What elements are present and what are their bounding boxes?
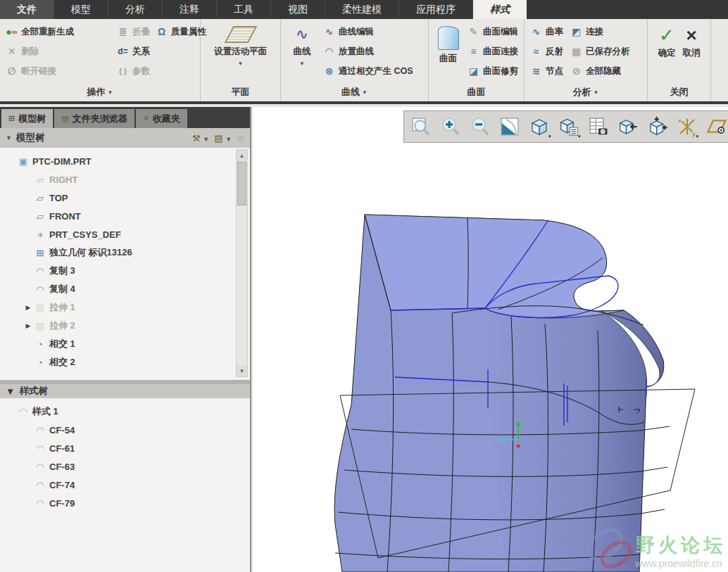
graphics-toolbar: ▾ ▾ xy ▾ xyxy=(403,110,728,143)
view-manager-icon[interactable] xyxy=(586,115,610,139)
chevron-down-icon: ▼ xyxy=(594,89,599,96)
tree-item[interactable]: ▶ 相交 1 xyxy=(3,335,234,353)
curve-icon: ∿ xyxy=(296,26,308,43)
tab-file[interactable]: 文件 xyxy=(0,0,54,19)
group-label-analysis[interactable]: 分析 ▼ xyxy=(525,83,647,101)
surface-button[interactable]: 曲面 xyxy=(432,22,465,83)
group-analysis: ∿ 曲率 ≈ 反射 ≋ 节点 ◩ 连接 ▦ 已保 xyxy=(525,19,648,101)
saved-orientations-icon[interactable]: ▾ xyxy=(558,115,581,139)
group-label-curve[interactable]: 曲线 ▼ xyxy=(281,83,428,101)
curve-edit-button[interactable]: ∿ 曲线编辑 xyxy=(320,22,416,42)
star-icon: ✳ xyxy=(143,114,149,123)
tab-model[interactable]: 模型 xyxy=(54,0,108,19)
tab-flexible-modeling[interactable]: 柔性建模 xyxy=(325,0,399,19)
tree-item[interactable]: ▶ 独立几何 标识13126 xyxy=(3,243,234,262)
svg-text:y: y xyxy=(692,131,695,137)
tree-item[interactable]: ▶ 复制 4 xyxy=(3,280,234,298)
collapse-triangle-icon[interactable]: ▼ xyxy=(6,386,15,397)
tree-item[interactable]: ▶ 样式 1 xyxy=(3,402,247,421)
reflection-button[interactable]: ≈ 反射 xyxy=(527,42,566,61)
cf-icon xyxy=(34,499,46,508)
relations-button[interactable]: d= 关系 xyxy=(114,42,209,61)
expand-arrow-icon[interactable]: ▶ xyxy=(23,304,34,311)
tree-scrollbar[interactable]: ▲ ▼ xyxy=(236,149,248,377)
tree-tools-icon[interactable]: ⚒ ▼ xyxy=(192,133,209,144)
surface-trim-button[interactable]: ◪ 曲面修剪 xyxy=(465,61,521,81)
surface-edit-button[interactable]: ✎ 曲面编辑 xyxy=(465,22,521,42)
tree-item[interactable]: ▶ TOP xyxy=(3,189,234,207)
refit-icon[interactable] xyxy=(410,115,433,139)
group-label-operations[interactable]: 操作 ▼ xyxy=(0,83,200,101)
cancel-button[interactable]: × 取消 xyxy=(683,22,701,83)
break-link-button[interactable]: ∅ 断开链接 xyxy=(3,61,114,81)
surface-connect-button[interactable]: ≡ 曲面连接 xyxy=(465,42,521,61)
copy-icon xyxy=(34,285,46,294)
zoom-out-icon[interactable] xyxy=(469,115,492,139)
tree-item[interactable]: ▶ PRT_CSYS_DEF xyxy=(3,225,234,243)
model-body[interactable] xyxy=(334,215,664,572)
hide-all-button[interactable]: ⊘ 全部隐藏 xyxy=(567,61,633,81)
tree-settings-icon[interactable]: ▤ ▼ xyxy=(214,133,232,144)
csys-icon xyxy=(34,230,46,239)
tree-item[interactable]: ▶ CF-61 xyxy=(3,439,247,457)
intersect-icon xyxy=(34,358,46,367)
tree-item[interactable]: ▶ FRONT xyxy=(3,207,234,225)
tree-item[interactable]: ▶ 相交 2 xyxy=(3,353,234,371)
tab-folder-browser[interactable]: ▤ 文件夹浏览器 xyxy=(54,109,134,128)
section-icon[interactable] xyxy=(616,115,639,139)
surface-edit-icon: ✎ xyxy=(467,26,479,38)
datum-display-icon[interactable]: xy ▾ xyxy=(675,115,698,139)
curvature-button[interactable]: ∿ 曲率 xyxy=(527,22,566,42)
tree-item[interactable]: ▶ 拉伸 2 xyxy=(3,317,234,335)
parameters-button[interactable]: ( ) 参数 xyxy=(114,61,209,81)
display-style-icon[interactable]: ▾ xyxy=(528,115,551,139)
collapse-button[interactable]: ≣ 折叠 xyxy=(114,22,153,42)
style-tree-header: ▼ 样式树 xyxy=(0,380,250,398)
scrollbar-thumb[interactable] xyxy=(237,162,246,205)
curve-from-intersection-button[interactable]: ⊗ 通过相交产生 COS xyxy=(320,61,416,81)
3d-model-canvas[interactable]: 野火论坛 www.proewildfire.cn xyxy=(253,107,728,572)
tab-applications[interactable]: 应用程序 xyxy=(399,0,473,19)
tab-style[interactable]: 样式 xyxy=(473,0,527,19)
group-operations: ●∞ 全部重新生成 ≣ 折叠 Ω 质量属性 ✕ 删除 xyxy=(0,19,201,101)
tab-favorites[interactable]: ✳ 收藏夹 xyxy=(136,109,187,128)
tab-tools[interactable]: 工具 xyxy=(217,0,271,19)
scroll-up-icon[interactable]: ▲ xyxy=(237,150,247,161)
graphics-viewport[interactable]: 野火论坛 www.proewildfire.cn ▾ xyxy=(253,107,728,572)
tab-view[interactable]: 视图 xyxy=(271,0,325,19)
place-curve-button[interactable]: ◠ 放置曲线 xyxy=(320,42,416,61)
tree-item[interactable]: ▶ CF-74 xyxy=(3,476,247,494)
ok-button[interactable]: ✓ 确定 xyxy=(658,22,676,83)
regenerate-all-button[interactable]: ●∞ 全部重新生成 xyxy=(3,22,114,42)
zoom-in-icon[interactable] xyxy=(439,115,463,139)
tree-item[interactable]: ▶ CF-54 xyxy=(3,421,247,439)
curvature-icon: ∿ xyxy=(530,26,542,38)
curve-button[interactable]: ∿ 曲线 ▼ xyxy=(284,22,320,83)
repaint-icon[interactable] xyxy=(498,115,522,139)
cancel-x-icon: × xyxy=(686,26,696,44)
tree-item[interactable]: ▶ 复制 3 xyxy=(3,262,234,280)
connection-button[interactable]: ◩ 连接 xyxy=(567,22,633,42)
collapse-triangle-icon[interactable]: ▼ xyxy=(6,134,12,141)
collapse-icon: ≣ xyxy=(117,26,129,38)
plane-display-icon[interactable] xyxy=(705,115,728,139)
extrude-icon xyxy=(34,303,46,312)
tree-item[interactable]: ▶ 拉伸 1 xyxy=(3,298,234,317)
expand-arrow-icon[interactable]: ▶ xyxy=(23,322,34,329)
saved-analysis-button[interactable]: ▦ 已保存分析 xyxy=(567,42,633,61)
tab-analysis[interactable]: 分析 xyxy=(108,0,163,19)
style-tree: ▶ 样式 1 ▶ CF-54 ▶ CF-61 ▶ CF-63 ▶ xyxy=(0,398,250,572)
node-button[interactable]: ≋ 节点 xyxy=(527,61,566,81)
tree-item[interactable]: ▶ RIGHT xyxy=(3,170,234,189)
tree-item[interactable]: ▶ CF-79 xyxy=(3,494,247,512)
scroll-down-icon[interactable]: ▼ xyxy=(237,365,247,376)
mass-properties-icon: Ω xyxy=(156,26,168,38)
tree-item[interactable]: ▶ PTC-DIM.PRT xyxy=(3,152,234,170)
tab-model-tree[interactable]: ⊞ 模型树 xyxy=(1,109,53,128)
group-close: ✓ 确定 × 取消 关闭 xyxy=(648,19,711,101)
set-active-plane-button[interactable]: 设置活动平面 ▼ xyxy=(203,22,277,67)
tree-item[interactable]: ▶ CF-63 xyxy=(3,457,247,476)
tab-annotate[interactable]: 注释 xyxy=(163,0,217,19)
reorient-icon[interactable] xyxy=(646,115,669,139)
delete-button[interactable]: ✕ 删除 xyxy=(3,42,114,61)
